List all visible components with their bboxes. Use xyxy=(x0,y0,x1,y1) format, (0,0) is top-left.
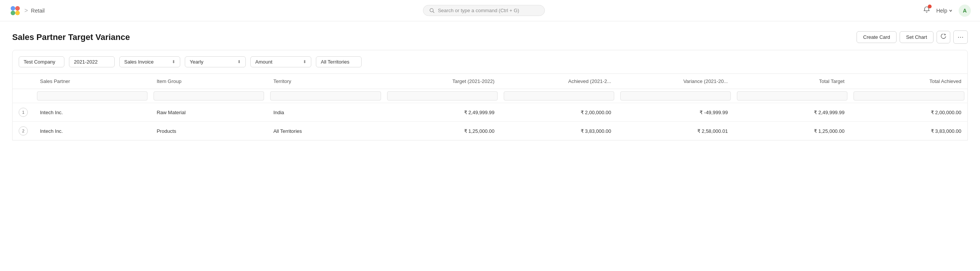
table-header-row: Sales Partner Item Group Territory Targe… xyxy=(13,74,968,89)
search-bar[interactable]: Search or type a command (Ctrl + G) xyxy=(423,5,545,16)
measure-filter[interactable]: Amount ⬍ xyxy=(250,56,311,67)
filter-input-target[interactable] xyxy=(387,91,498,100)
filter-cell-total-target[interactable] xyxy=(734,89,850,103)
cell-total-achieved: ₹ 3,83,000.00 xyxy=(850,122,967,140)
col-header-variance[interactable]: Variance (2021-20... xyxy=(617,74,734,89)
col-header-total-achieved[interactable]: Total Achieved xyxy=(850,74,967,89)
topnav-right: Help A xyxy=(923,5,971,17)
header-actions: Create Card Set Chart ⋯ xyxy=(857,30,968,44)
filter-cell-achieved[interactable] xyxy=(501,89,617,103)
help-button[interactable]: Help xyxy=(936,8,953,14)
avatar[interactable]: A xyxy=(959,5,971,17)
cell-total-target: ₹ 2,49,999.99 xyxy=(734,103,850,122)
set-chart-button[interactable]: Set Chart xyxy=(900,31,934,43)
year-filter[interactable]: 2021-2022 xyxy=(69,56,115,67)
page-title: Sales Partner Target Variance xyxy=(12,32,130,42)
more-options-button[interactable]: ⋯ xyxy=(953,30,968,44)
svg-point-1 xyxy=(15,6,20,11)
cell-sales-partner: Intech Inc. xyxy=(34,122,151,140)
topnav-center: Search or type a command (Ctrl + G) xyxy=(45,5,923,16)
filter-input-total-achieved[interactable] xyxy=(853,91,964,100)
cell-variance: ₹ -49,999.99 xyxy=(617,103,734,122)
year-filter-value: 2021-2022 xyxy=(74,59,98,65)
cell-item-group: Raw Material xyxy=(151,103,267,122)
chevron-up-down-icon: ⬍ xyxy=(172,59,175,64)
period-value: Yearly xyxy=(190,59,203,65)
filter-cell-sales-partner[interactable] xyxy=(34,89,151,103)
chevron-down-icon xyxy=(949,9,953,13)
filter-input-achieved[interactable] xyxy=(504,91,614,100)
col-header-achieved[interactable]: Achieved (2021-2... xyxy=(501,74,617,89)
refresh-button[interactable] xyxy=(937,31,950,43)
notification-badge xyxy=(928,5,932,8)
cell-achieved: ₹ 3,83,000.00 xyxy=(501,122,617,140)
cell-territory: India xyxy=(267,103,384,122)
filter-cell-item-group[interactable] xyxy=(151,89,267,103)
cell-rownum: 2 xyxy=(13,122,34,140)
page-header: Sales Partner Target Variance Create Car… xyxy=(0,21,980,50)
cell-item-group: Products xyxy=(151,122,267,140)
topnav: > Retail Search or type a command (Ctrl … xyxy=(0,0,980,21)
create-card-button[interactable]: Create Card xyxy=(857,31,897,43)
row-number: 1 xyxy=(19,108,28,117)
svg-point-3 xyxy=(15,11,20,15)
period-filter[interactable]: Yearly ⬍ xyxy=(185,56,246,67)
table-row: 1 Intech Inc. Raw Material India ₹ 2,49,… xyxy=(13,103,968,122)
breadcrumb-retail[interactable]: Retail xyxy=(31,8,45,14)
table-filter-row xyxy=(13,89,968,103)
filter-input-total-target[interactable] xyxy=(737,91,847,100)
svg-line-5 xyxy=(433,11,434,13)
cell-variance: ₹ 2,58,000.01 xyxy=(617,122,734,140)
search-placeholder: Search or type a command (Ctrl + G) xyxy=(438,8,519,13)
row-number: 2 xyxy=(19,126,28,136)
filter-input-variance[interactable] xyxy=(620,91,731,100)
territory-filter[interactable]: All Territories xyxy=(316,56,362,67)
filter-input-item-group[interactable] xyxy=(154,91,264,100)
cell-rownum: 1 xyxy=(13,103,34,122)
notification-button[interactable] xyxy=(923,6,930,15)
filter-cell-total-achieved[interactable] xyxy=(850,89,967,103)
svg-point-0 xyxy=(11,6,15,11)
search-icon xyxy=(429,8,435,13)
cell-target: ₹ 1,25,000.00 xyxy=(384,122,501,140)
col-header-total-target[interactable]: Total Target xyxy=(734,74,850,89)
filter-cell-rownum xyxy=(13,89,34,103)
main-content: Test Company 2021-2022 Sales Invoice ⬍ Y… xyxy=(0,50,980,153)
document-type-value: Sales Invoice xyxy=(124,59,154,65)
cell-total-target: ₹ 1,25,000.00 xyxy=(734,122,850,140)
cell-sales-partner: Intech Inc. xyxy=(34,103,151,122)
col-header-rownum xyxy=(13,74,34,89)
measure-value: Amount xyxy=(255,59,272,65)
data-table: Sales Partner Item Group Territory Targe… xyxy=(12,74,968,140)
topnav-left: > Retail xyxy=(9,5,45,17)
document-type-filter[interactable]: Sales Invoice ⬍ xyxy=(119,56,180,67)
svg-point-2 xyxy=(11,11,15,15)
filter-input-sales-partner[interactable] xyxy=(37,91,147,100)
col-header-target[interactable]: Target (2021-2022) xyxy=(384,74,501,89)
chevron-up-down-icon-2: ⬍ xyxy=(237,59,241,64)
filter-input-territory[interactable] xyxy=(270,91,381,100)
breadcrumb-separator: > xyxy=(24,7,28,14)
cell-territory: All Territories xyxy=(267,122,384,140)
filter-row: Test Company 2021-2022 Sales Invoice ⬍ Y… xyxy=(12,50,968,74)
cell-total-achieved: ₹ 2,00,000.00 xyxy=(850,103,967,122)
filter-cell-territory[interactable] xyxy=(267,89,384,103)
col-header-item-group[interactable]: Item Group xyxy=(151,74,267,89)
filter-cell-variance[interactable] xyxy=(617,89,734,103)
company-filter-value: Test Company xyxy=(24,59,55,65)
company-filter[interactable]: Test Company xyxy=(19,56,64,67)
app-logo-icon[interactable] xyxy=(9,5,21,17)
col-header-sales-partner[interactable]: Sales Partner xyxy=(34,74,151,89)
territory-value: All Territories xyxy=(321,59,349,65)
cell-achieved: ₹ 2,00,000.00 xyxy=(501,103,617,122)
filter-cell-target[interactable] xyxy=(384,89,501,103)
cell-target: ₹ 2,49,999.99 xyxy=(384,103,501,122)
refresh-icon xyxy=(941,34,946,39)
chevron-up-down-icon-3: ⬍ xyxy=(303,59,306,64)
col-header-territory[interactable]: Territory xyxy=(267,74,384,89)
table-row: 2 Intech Inc. Products All Territories ₹… xyxy=(13,122,968,140)
help-label: Help xyxy=(936,8,947,14)
